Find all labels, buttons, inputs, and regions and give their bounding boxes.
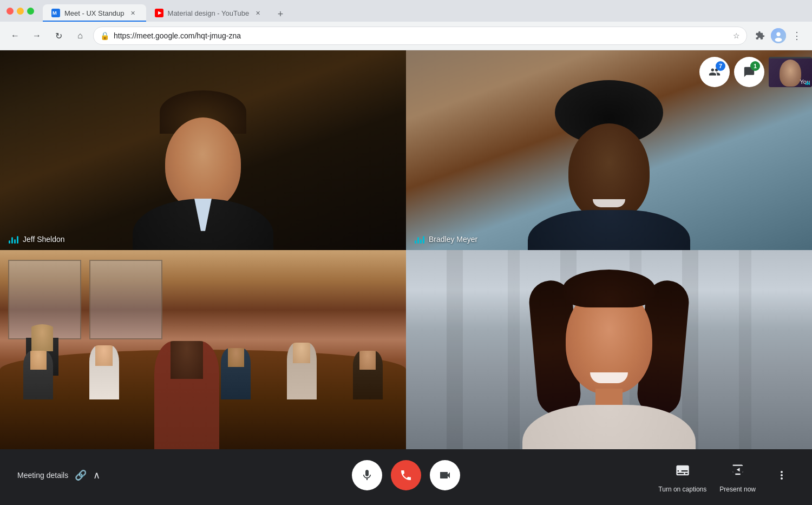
jeff-audio-indicator [9,235,18,244]
url-input[interactable] [114,31,729,40]
video-tile-jeff: Jeff Sheldon [0,50,406,250]
extensions-button[interactable] [751,27,769,44]
tab-youtube[interactable]: Material design - YouTube ✕ [146,4,271,22]
reload-button[interactable]: ↻ [50,27,67,44]
meet-favicon: M [51,9,60,17]
meet-container: Jeff Sheldon [0,50,812,501]
captions-action[interactable]: Turn on captions [658,457,706,493]
svg-text:M: M [53,10,57,16]
jeff-name-label: Jeff Sheldon [9,235,65,244]
jeff-name: Jeff Sheldon [23,235,65,244]
browser-chrome: M Meet - UX Standup ✕ Material design - … [0,0,812,50]
camera-button[interactable] [430,460,460,490]
close-window-button[interactable] [6,8,14,15]
tab-youtube-label: Material design - YouTube [168,9,250,17]
bradley-name-label: Bradley Meyer [415,235,477,244]
link-icon: 🔗 [75,469,87,481]
meeting-details: Meeting details 🔗 ∧ [17,469,100,481]
jeff-person [133,90,273,250]
svg-point-5 [775,38,782,42]
people-count-button[interactable]: 7 [699,57,730,87]
nav-bar: ← → ↻ ⌂ 🔒 ☆ ⋮ [0,22,812,50]
forward-button[interactable]: → [28,27,45,44]
user-avatar[interactable] [771,28,786,43]
more-options-button[interactable] [769,462,795,488]
self-view[interactable]: You [769,57,812,87]
center-controls [352,460,460,490]
right-controls: Turn on captions Present now [658,457,795,493]
home-button[interactable]: ⌂ [71,27,89,44]
tab-meet-label: Meet - UX Standup [64,9,125,17]
chevron-up-icon[interactable]: ∧ [93,469,100,481]
tab-youtube-close-button[interactable]: ✕ [253,9,262,17]
minimize-window-button[interactable] [17,8,24,15]
microphone-button[interactable] [352,460,382,490]
video-tile-group [0,250,406,450]
present-label: Present now [719,486,756,493]
present-action[interactable]: Present now [719,457,756,493]
maximize-window-button[interactable] [27,8,34,15]
title-bar: M Meet - UX Standup ✕ Material design - … [0,0,812,22]
lock-icon: 🔒 [100,31,109,40]
star-icon: ☆ [733,31,740,40]
bradley-person [528,80,690,250]
window-controls [6,8,34,15]
bradley-name: Bradley Meyer [429,235,477,244]
new-tab-button[interactable]: + [273,6,288,22]
address-bar[interactable]: 🔒 ☆ [93,27,747,45]
present-icon [725,457,751,483]
back-button[interactable]: ← [6,27,24,44]
chat-badge: 1 [750,61,760,71]
bradley-audio-indicator [415,235,424,244]
top-right-controls: 7 1 You [699,57,812,87]
bottom-toolbar: Meeting details 🔗 ∧ [0,449,812,501]
woman-person [522,270,696,449]
hangup-button[interactable] [391,460,421,490]
people-count-badge: 7 [716,61,725,71]
video-tile-bradley: 7 1 You [406,50,812,250]
chat-button[interactable]: 1 [734,57,764,87]
tab-meet[interactable]: M Meet - UX Standup ✕ [43,4,146,22]
youtube-favicon [155,9,163,17]
tabs-bar: M Meet - UX Standup ✕ Material design - … [43,0,288,22]
svg-point-4 [776,32,780,36]
video-tile-woman [406,250,812,450]
captions-icon [670,457,696,483]
captions-label: Turn on captions [658,486,706,493]
browser-menu-button[interactable]: ⋮ [788,27,806,44]
tab-meet-close-button[interactable]: ✕ [129,9,137,17]
nav-right: ⋮ [751,27,806,44]
self-view-audio [806,81,810,85]
meeting-details-label: Meeting details [17,471,68,480]
video-grid: Jeff Sheldon [0,50,812,449]
